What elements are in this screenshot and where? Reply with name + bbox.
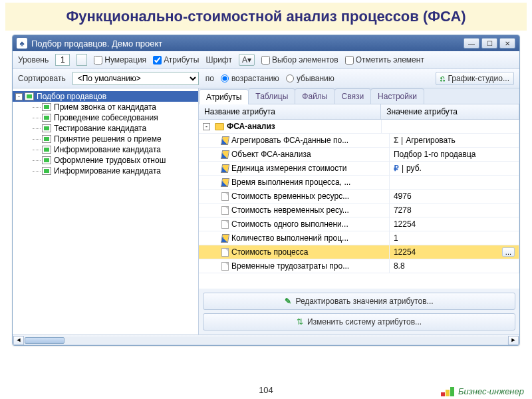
more-button[interactable]: ... bbox=[502, 247, 515, 257]
swap-icon: ⇅ bbox=[297, 317, 303, 327]
tab-links[interactable]: Связи bbox=[334, 88, 372, 104]
tree-root[interactable]: - Подбор продавцов bbox=[13, 91, 198, 102]
mark-element-checkbox[interactable]: Отметить элемент bbox=[345, 55, 424, 65]
edit-icon bbox=[221, 234, 229, 243]
font-button[interactable]: A▾ bbox=[239, 54, 255, 66]
scroll-left-icon[interactable]: ◄ bbox=[13, 336, 24, 345]
scroll-thumb[interactable] bbox=[25, 337, 65, 344]
process-icon bbox=[25, 92, 34, 100]
attr-row[interactable]: Время выполнения процесса, ... bbox=[199, 176, 519, 190]
sigma-icon: Σ bbox=[394, 136, 398, 145]
col-name-header[interactable]: Название атрибута bbox=[199, 104, 381, 119]
attr-row[interactable]: Агрегировать ФСА-данные по...Σ | Агрегир… bbox=[199, 134, 519, 148]
ruble-icon: ₽ bbox=[394, 164, 399, 173]
tree-item[interactable]: Проведение собеседования bbox=[30, 112, 198, 123]
toolbar-sort: Сортировать <По умолчанию> по возрастани… bbox=[13, 69, 519, 88]
tab-settings[interactable]: Настройки bbox=[370, 88, 424, 104]
process-icon bbox=[42, 135, 51, 143]
attr-row[interactable]: Стоимость невременных ресу...7278 bbox=[199, 203, 519, 217]
tab-bar: Атрибуты Таблицы Файлы Связи Настройки bbox=[199, 88, 519, 104]
attributes-checkbox[interactable]: Атрибуты bbox=[153, 55, 199, 65]
edit-icon bbox=[221, 136, 229, 145]
slide-title: Функционально-стоимостной анализ процесс… bbox=[5, 3, 527, 31]
collapse-icon[interactable]: - bbox=[203, 123, 210, 130]
font-label: Шрифт bbox=[205, 55, 231, 65]
tree-item[interactable]: Информирование кандидата bbox=[30, 144, 198, 155]
window-title: Подбор продавцов. Демо проект bbox=[31, 39, 464, 49]
edit-icon: ✎ bbox=[285, 297, 291, 306]
attr-row[interactable]: Единица измерения стоимости₽ | руб. bbox=[199, 162, 519, 176]
tree-item[interactable]: Прием звонка от кандидата bbox=[30, 102, 198, 112]
window-titlebar: ♣ Подбор продавцов. Демо проект — ☐ ✕ bbox=[13, 35, 519, 51]
by-label: по bbox=[205, 74, 214, 83]
tab-attributes[interactable]: Атрибуты bbox=[199, 89, 249, 104]
edit-attributes-button[interactable]: ✎Редактировать значения атрибутов... bbox=[203, 293, 515, 310]
attr-row[interactable]: Объект ФСА-анализаПодбор 1-го продавца bbox=[199, 148, 519, 162]
level-input[interactable] bbox=[55, 54, 70, 66]
process-icon bbox=[42, 114, 51, 122]
minimize-button[interactable]: — bbox=[464, 38, 479, 49]
edit-icon bbox=[221, 164, 229, 173]
col-value-header[interactable]: Значение атрибута bbox=[381, 104, 519, 119]
attr-row[interactable]: Стоимость процесса12254... bbox=[199, 245, 519, 259]
process-icon bbox=[42, 156, 51, 164]
tree-item[interactable]: Тестирование кандидата bbox=[30, 123, 198, 134]
scroll-right-icon[interactable]: ► bbox=[508, 336, 519, 345]
brand-footer: Бизнес-инженер bbox=[441, 386, 524, 396]
graph-icon: ⎌ bbox=[440, 74, 445, 83]
desc-radio[interactable]: убыванию bbox=[286, 74, 334, 83]
main-split: - Подбор продавцов Прием звонка от канди… bbox=[13, 88, 519, 334]
attributes-table: Название атрибута Значение атрибута -ФСА… bbox=[199, 104, 519, 289]
details-pane: Атрибуты Таблицы Файлы Связи Настройки Н… bbox=[199, 88, 519, 334]
hscrollbar[interactable]: ◄ ► bbox=[13, 334, 519, 345]
attr-row[interactable]: Количество выполнений проц...1 bbox=[199, 231, 519, 245]
close-button[interactable]: ✕ bbox=[499, 38, 515, 49]
brand-logo-icon bbox=[441, 387, 454, 396]
edit-icon bbox=[221, 150, 229, 159]
document-icon bbox=[221, 248, 229, 257]
tab-files[interactable]: Файлы bbox=[295, 88, 334, 104]
change-system-button[interactable]: ⇅Изменить систему атрибутов... bbox=[203, 313, 515, 331]
numbering-checkbox[interactable]: Нумерация bbox=[94, 55, 146, 65]
process-icon bbox=[42, 146, 51, 154]
tree-item[interactable]: Оформление трудовых отнош bbox=[30, 155, 198, 166]
select-elements-checkbox[interactable]: Выбор элементов bbox=[261, 55, 338, 65]
tree-pane: - Подбор продавцов Прием звонка от канди… bbox=[13, 88, 199, 334]
attr-group[interactable]: -ФСА-анализ bbox=[199, 120, 519, 134]
edit-icon bbox=[221, 178, 229, 187]
process-icon bbox=[42, 103, 51, 111]
attr-row[interactable]: Временные трудозатраты про...8.8 bbox=[199, 259, 519, 273]
document-icon bbox=[221, 206, 229, 215]
tab-tables[interactable]: Таблицы bbox=[248, 88, 295, 104]
attr-header: Название атрибута Значение атрибута bbox=[199, 104, 519, 120]
document-icon bbox=[221, 220, 229, 229]
document-icon bbox=[221, 262, 229, 271]
tree-item[interactable]: Принятие решения о приеме bbox=[30, 134, 198, 144]
app-window: ♣ Подбор продавцов. Демо проект — ☐ ✕ Ур… bbox=[12, 35, 520, 346]
folder-icon bbox=[215, 123, 224, 130]
window-controls: — ☐ ✕ bbox=[464, 38, 515, 49]
app-icon: ♣ bbox=[17, 38, 27, 49]
toolbar-top: Уровень Нумерация Атрибуты Шрифт A▾ Выбо… bbox=[13, 51, 519, 69]
sort-label: Сортировать bbox=[18, 74, 66, 83]
maximize-button[interactable]: ☐ bbox=[481, 38, 497, 49]
document-icon bbox=[221, 192, 229, 201]
process-icon bbox=[42, 167, 51, 175]
asc-radio[interactable]: возрастанию bbox=[221, 74, 279, 83]
action-buttons: ✎Редактировать значения атрибутов... ⇅Из… bbox=[199, 289, 519, 334]
sort-select[interactable]: <По умолчанию> bbox=[72, 72, 199, 85]
process-icon bbox=[42, 124, 51, 132]
attr-row[interactable]: Стоимость одного выполнени...12254 bbox=[199, 217, 519, 231]
tree-item[interactable]: Информирование кандидата bbox=[30, 166, 198, 176]
graph-studio-button[interactable]: ⎌График-студио... bbox=[436, 72, 514, 85]
collapse-icon[interactable]: - bbox=[15, 93, 23, 100]
level-spinner[interactable] bbox=[76, 54, 87, 66]
attr-row[interactable]: Стоимость временных ресурс...4976 bbox=[199, 190, 519, 203]
level-label: Уровень bbox=[18, 55, 49, 65]
